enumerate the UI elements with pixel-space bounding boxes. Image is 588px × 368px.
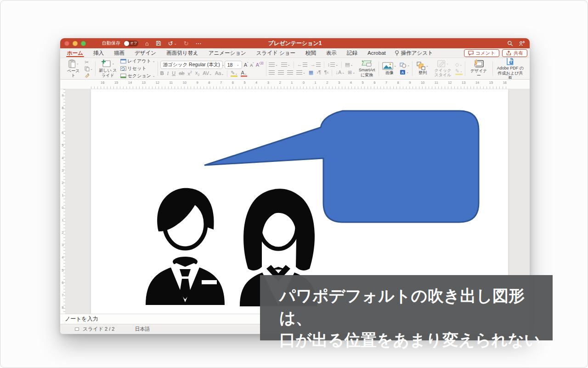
tell-me-assist[interactable]: 操作アシスト	[391, 50, 437, 57]
quick-styles-icon	[437, 60, 446, 68]
character-spacing-button[interactable]: AV⌄	[203, 71, 212, 76]
designer-group: デザイナー	[465, 59, 492, 78]
change-case-button[interactable]: Aa⌄	[215, 71, 224, 76]
tab-view[interactable]: 表示	[321, 48, 342, 58]
zoom-window-button[interactable]	[81, 41, 86, 46]
text-box-align-button[interactable]: ▦	[309, 70, 313, 75]
font-name-select[interactable]: 游ゴシック Regular (本文)⌄	[160, 61, 223, 69]
tab-transitions[interactable]: 画面切り替え	[161, 48, 204, 58]
minimize-window-button[interactable]	[73, 41, 78, 46]
tab-acrobat[interactable]: Acrobat	[362, 48, 391, 58]
cut-button[interactable]: ✂	[85, 60, 93, 65]
strikethrough-button[interactable]: ab	[179, 71, 184, 76]
home-icon[interactable]: ⌂	[145, 40, 149, 46]
tab-record[interactable]: 記録	[342, 48, 362, 58]
section-button[interactable]: セクション⌄	[120, 73, 155, 79]
search-icon[interactable]	[507, 40, 513, 46]
columns-button[interactable]: ▤⌄	[345, 62, 353, 67]
autosave-label: 自動保存	[102, 40, 120, 46]
ribbon-tab-bar: ホーム 挿入 描画 デザイン 画面切り替え アニメーション スライド ショー 校…	[60, 48, 530, 58]
underline-button[interactable]: U	[172, 71, 175, 76]
screenshot-canvas: { "colors": { "titlebar_red": "#c2452d",…	[0, 0, 588, 368]
reset-icon	[120, 66, 126, 71]
vertical-ruler: 987654321012345678	[60, 89, 66, 314]
comments-button[interactable]: コメント	[464, 49, 499, 57]
new-slide-icon	[101, 59, 111, 68]
insert-picture-button[interactable]: ⌄ 画像	[381, 62, 397, 75]
line-spacing-button[interactable]: ↕⌄	[328, 62, 338, 67]
tab-home[interactable]: ホーム	[62, 48, 88, 58]
notes-placeholder: ノートを入力	[65, 315, 98, 323]
font-size-select[interactable]: 18⌄	[225, 61, 242, 69]
shape-fill-button[interactable]: ◇⌄	[455, 62, 463, 67]
titlebar: 自動保存 オフ ⌂ ↺⌄ ↻ ⋯ プレゼンテーション1	[60, 38, 530, 48]
font-group: 游ゴシック Regular (本文)⌄ 18⌄ Aˆ Aˇ A⌫ B I U a…	[158, 59, 266, 78]
slide-counter: スライド 2 / 2	[83, 326, 115, 333]
save-icon[interactable]	[156, 40, 161, 46]
grow-font-button[interactable]: Aˆ	[244, 62, 249, 68]
italic-button[interactable]: I	[167, 71, 169, 76]
format-painter-button[interactable]	[85, 73, 93, 78]
align-left-button[interactable]	[269, 70, 275, 75]
tab-draw[interactable]: 描画	[109, 48, 130, 58]
arrange-button[interactable]: ⌄ 整列	[415, 61, 430, 75]
toggle-knob	[124, 41, 129, 46]
language-indicator[interactable]: 日本語	[135, 326, 150, 333]
designer-button[interactable]: デザイナー	[468, 59, 490, 79]
layout-button[interactable]: レイアウト⌄	[120, 58, 155, 64]
tab-design[interactable]: デザイン	[130, 48, 161, 58]
align-right-button[interactable]	[287, 70, 293, 75]
designer-icon	[473, 59, 484, 68]
new-slide-button[interactable]: ⌄ 新しい スライド	[98, 59, 118, 78]
quick-styles-button[interactable]: ⌄ クイック スタイル	[433, 59, 453, 78]
superscript-button[interactable]: x2	[187, 70, 192, 76]
tab-review[interactable]: 校閲	[300, 48, 321, 58]
subscript-button[interactable]: x2	[195, 70, 199, 76]
insert-group: ⌄ 画像 ⌄ A ⌄	[379, 59, 412, 78]
presence-share-icon[interactable]	[519, 40, 525, 46]
bold-button[interactable]: B	[160, 71, 164, 76]
slide-thumb-icon	[75, 328, 79, 331]
highlight-color-button[interactable]: ✎⌄	[231, 70, 237, 77]
adobe-pdf-button[interactable]: Adobe PDF の作成および共有	[495, 58, 526, 80]
justify-button[interactable]: ⌄	[296, 70, 305, 75]
align-center-button[interactable]	[278, 70, 284, 75]
horizontal-ruler-numbers: 1615141312111098765432101234567891011121…	[101, 80, 507, 85]
redo-button[interactable]: ↻	[184, 40, 189, 46]
font-color-button[interactable]: A⌄	[241, 70, 247, 77]
speech-bubble-shape[interactable]	[205, 111, 479, 222]
share-button[interactable]: 共有	[502, 49, 527, 57]
rtl-button[interactable]: ¶‹	[324, 70, 329, 75]
clear-formatting-button[interactable]: A⌫	[256, 62, 264, 68]
svg-text:A: A	[401, 70, 404, 75]
text-box-button[interactable]: A ⌄	[400, 69, 410, 75]
autosave-toggle[interactable]: オフ	[124, 40, 138, 46]
undo-button[interactable]: ↺⌄	[168, 40, 177, 46]
copy-icon	[85, 66, 90, 71]
increase-indent-button[interactable]: →	[311, 62, 321, 67]
ltr-button[interactable]: ›¶	[317, 70, 321, 75]
caption-line1: パワポデフォルトの吹き出し図形は、	[279, 285, 553, 329]
more-commands-button[interactable]: ⋯	[196, 40, 202, 46]
copy-button[interactable]: ⌄	[85, 66, 93, 71]
text-box-icon: A	[400, 69, 406, 75]
section-icon	[120, 74, 126, 78]
tab-insert[interactable]: 挿入	[88, 48, 109, 58]
paste-button[interactable]: ⌄ ペースト	[64, 59, 82, 79]
reset-button[interactable]: リセット	[120, 65, 155, 72]
close-window-button[interactable]	[64, 41, 69, 46]
tab-slideshow[interactable]: スライド ショー	[251, 48, 300, 58]
smartart-convert-button[interactable]: SmartArt に変換	[357, 59, 376, 78]
shapes-button[interactable]: ⌄	[400, 63, 410, 68]
businessman-icon[interactable]	[146, 188, 225, 305]
adobe-pdf-icon	[506, 58, 514, 65]
bullets-button[interactable]: ⌄	[269, 63, 278, 67]
shape-outline-button[interactable]: ✎⌄	[455, 69, 463, 75]
arrange-group: ⌄ 整列 ⌄ クイック スタイル ◇⌄ ✎⌄	[413, 59, 465, 78]
tab-animations[interactable]: アニメーション	[204, 48, 251, 58]
shrink-font-button[interactable]: Aˇ	[250, 62, 254, 68]
numbering-button[interactable]: ⌄	[281, 63, 290, 67]
text-direction-button[interactable]: ↓A⌄	[335, 70, 345, 75]
align-text-button[interactable]: ⊞⌄	[348, 70, 355, 75]
decrease-indent-button[interactable]: ←	[297, 62, 307, 67]
